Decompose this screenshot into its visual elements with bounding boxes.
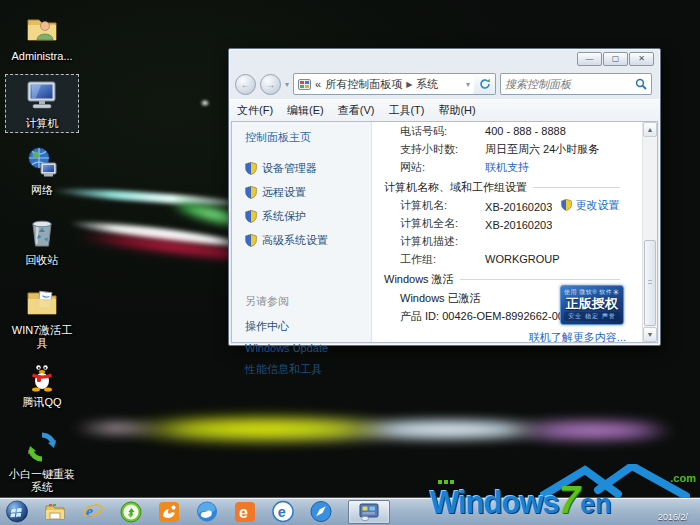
desktop-icon-win7-activation-tool[interactable]: WIN7激活工具 — [5, 282, 79, 352]
sidebar-item-advanced-system-settings[interactable]: 高级系统设置 — [245, 233, 371, 248]
menu-view[interactable]: 查看(V) — [338, 103, 375, 118]
uac-shield-icon — [245, 234, 257, 247]
blue-e-ring-icon: e — [272, 500, 294, 523]
breadcrumb-separator-icon[interactable]: ▶ — [406, 80, 412, 89]
network-globe-icon — [23, 144, 61, 182]
taskbar-blue-e-browser-button[interactable]: e — [272, 501, 294, 523]
svg-text:e: e — [278, 504, 286, 520]
sidebar-item-system-protection[interactable]: 系统保护 — [245, 209, 371, 224]
activation-status: Windows 已激活 — [400, 292, 481, 304]
sidebar-item-remote-settings[interactable]: 远程设置 — [245, 185, 371, 200]
recent-pages-dropdown-icon[interactable]: ▾ — [285, 80, 289, 89]
sidebar-item-device-manager[interactable]: 设备管理器 — [245, 161, 371, 176]
taskbar-compass-browser-button[interactable] — [310, 501, 332, 523]
full-computer-name-row: 计算机全名: XB-20160203 — [400, 216, 622, 230]
address-bar[interactable]: « 所有控制面板项 ▶ 系统 ▾ — [293, 73, 475, 95]
desktop-icon-label: WIN7激活工具 — [7, 324, 77, 350]
wallpaper-glow-pink — [72, 421, 162, 435]
search-input[interactable] — [505, 78, 635, 90]
scrollbar-track[interactable] — [643, 137, 657, 327]
workgroup-row: 工作组: WORKGROUP — [400, 252, 622, 266]
document-folder-icon — [23, 284, 61, 322]
breadcrumb-chevrons[interactable]: « — [315, 78, 321, 90]
taskbar-orange-e-browser-button[interactable]: e — [234, 501, 256, 523]
workgroup-label: 工作组: — [400, 252, 482, 267]
computer-name-section-header: 计算机名称、域和工作组设置 — [384, 180, 620, 195]
computer-name-value: XB-20160203 — [485, 201, 552, 213]
desktop-icon-label: 腾讯QQ — [22, 396, 61, 409]
sidebar-item-label: 系统保护 — [262, 209, 306, 224]
taskbar-active-window-system[interactable] — [348, 500, 390, 524]
taskbar-uc-browser-button[interactable] — [158, 501, 180, 523]
desktop-icon-computer[interactable]: 计算机 — [5, 74, 79, 133]
start-button[interactable] — [6, 501, 28, 523]
sidebar-item-windows-update[interactable]: Windows Update — [245, 342, 371, 354]
sidebar-item-action-center[interactable]: 操作中心 — [245, 319, 371, 334]
sidebar-item-label: 设备管理器 — [262, 161, 317, 176]
menu-edit[interactable]: 编辑(E) — [287, 103, 324, 118]
system-control-panel-window: — ▢ ✕ ← → ▾ « 所有控制面板项 ▶ 系统 ▾ 文件(F) 编辑(E)… — [228, 48, 661, 346]
user-folder-icon — [23, 10, 61, 48]
badge-main-text: 正版授权 — [564, 297, 620, 311]
internet-explorer-icon: e — [82, 500, 104, 523]
learn-more-online-link[interactable]: 联机了解更多内容... — [529, 330, 626, 342]
genuine-microsoft-badge[interactable]: 使用 微软® 软件 ✳ 正版授权 安全 稳定 声誉 — [560, 285, 624, 325]
desktop-icon-tencent-qq[interactable]: 腾讯QQ — [5, 354, 79, 411]
desktop-icon-administrator[interactable]: Administra... — [5, 8, 79, 65]
circular-arrows-icon — [23, 428, 61, 466]
support-hours-value: 周日至周六 24小时服务 — [485, 143, 599, 155]
vertical-scrollbar[interactable]: ▲ ▼ — [642, 122, 657, 342]
folder-explorer-icon — [44, 501, 66, 523]
desktop-icon-network[interactable]: 网络 — [5, 142, 79, 199]
online-support-link[interactable]: 联机支持 — [485, 161, 529, 173]
close-button[interactable]: ✕ — [629, 52, 654, 66]
wallpaper-glow-purple — [515, 421, 675, 440]
menu-tools[interactable]: 工具(T) — [388, 103, 424, 118]
menu-file[interactable]: 文件(F) — [237, 103, 273, 118]
uac-shield-icon — [561, 199, 572, 211]
sidebar-item-label: 高级系统设置 — [262, 233, 328, 248]
system-content-pane: 电话号码: 400 - 888 - 8888 支持小时数: 周日至周六 24小时… — [372, 122, 642, 342]
sidebar-item-control-panel-home[interactable]: 控制面板主页 — [245, 130, 371, 145]
forward-button[interactable]: → — [260, 74, 281, 95]
uac-shield-icon — [245, 210, 257, 223]
taskbar: e e e 2016/2/ — [0, 497, 700, 525]
desktop-icon-recycle-bin[interactable]: 回收站 — [5, 212, 79, 269]
product-id: 产品 ID: 00426-OEM-8992662-00006 — [400, 310, 582, 322]
taskbar-ie-button[interactable]: e — [82, 501, 104, 523]
scrollbar-thumb[interactable] — [644, 240, 656, 326]
minimize-button[interactable]: — — [577, 52, 602, 66]
compass-icon — [310, 500, 332, 523]
workgroup-value: WORKGROUP — [485, 253, 560, 265]
search-box[interactable] — [500, 73, 652, 95]
address-toolbar: ← → ▾ « 所有控制面板项 ▶ 系统 ▾ — [229, 69, 660, 99]
taskbar-software-manager-button[interactable] — [120, 501, 142, 523]
see-also-header: 另请参阅 — [245, 294, 371, 309]
scroll-down-arrow-icon[interactable]: ▼ — [643, 327, 657, 342]
qq-penguin-icon — [23, 356, 61, 394]
window-titlebar[interactable]: — ▢ ✕ — [229, 49, 660, 69]
phone-row: 电话号码: 400 - 888 - 8888 — [400, 124, 622, 138]
sidebar-item-performance-tools[interactable]: 性能信息和工具 — [245, 362, 371, 377]
phone-label: 电话号码: — [400, 124, 482, 139]
taskbar-clock-date[interactable]: 2016/2/ — [658, 512, 688, 522]
taskbar-explorer-button[interactable] — [44, 501, 66, 523]
breadcrumb-root[interactable]: 所有控制面板项 — [325, 77, 402, 92]
change-settings-link[interactable]: 更改设置 — [575, 199, 619, 211]
maximize-button[interactable]: ▢ — [603, 52, 628, 66]
sidebar-tasks-pane: 控制面板主页 设备管理器 远程设置 系统保护 高级系统设置 另请参阅 操作中心 … — [232, 122, 372, 342]
uac-shield-icon — [245, 162, 257, 175]
uac-shield-icon — [245, 186, 257, 199]
desktop-icon-xiaobai-reinstall[interactable]: 小白一键重装系统 — [5, 426, 79, 496]
search-icon[interactable] — [635, 78, 647, 90]
taskbar-cloud-browser-button[interactable] — [196, 501, 218, 523]
breadcrumb-current[interactable]: 系统 — [416, 77, 438, 92]
address-dropdown-icon[interactable]: ▾ — [466, 80, 470, 89]
refresh-button[interactable] — [474, 73, 496, 95]
back-button[interactable]: ← — [235, 74, 256, 95]
scroll-up-arrow-icon[interactable]: ▲ — [643, 122, 657, 137]
desktop-icon-label: Administra... — [11, 50, 72, 63]
phone-value: 400 - 888 - 8888 — [485, 125, 566, 137]
menu-help[interactable]: 帮助(H) — [438, 103, 475, 118]
desktop-icon-label: 计算机 — [26, 117, 59, 130]
